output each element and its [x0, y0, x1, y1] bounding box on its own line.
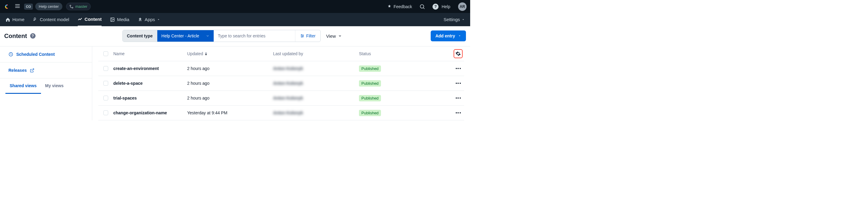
- entries-table: Name Updated Last updated by Status crea…: [92, 47, 470, 120]
- entry-updatedby: Anton Kolonyk: [273, 110, 359, 115]
- entry-updated: Yesterday at 9:44 PM: [187, 110, 273, 115]
- chevron-down-icon: [157, 18, 160, 21]
- view-button[interactable]: View: [326, 33, 342, 38]
- chevron-down-icon: [462, 18, 465, 21]
- row-checkbox[interactable]: [103, 66, 108, 71]
- filter-icon: [300, 34, 304, 38]
- sort-icon: [205, 52, 207, 55]
- topbar: CO Help center master Feedback ? Help AR: [0, 0, 470, 13]
- menu-icon[interactable]: [14, 3, 21, 10]
- more-icon: [456, 98, 461, 99]
- clock-icon: [8, 52, 13, 57]
- svg-point-12: [301, 34, 302, 35]
- sidebar-tabs: Shared views My views: [0, 78, 92, 94]
- search-icon[interactable]: [417, 4, 427, 10]
- col-status-header[interactable]: Status: [359, 51, 446, 56]
- entry-updated: 2 hours ago: [187, 81, 273, 86]
- more-icon: [456, 68, 461, 69]
- logo[interactable]: [4, 3, 11, 10]
- nav-home[interactable]: Home: [5, 13, 24, 26]
- row-checkbox[interactable]: [103, 95, 108, 101]
- entry-name: delete-a-space: [113, 81, 187, 86]
- svg-point-1: [7, 7, 8, 9]
- col-updatedby-header[interactable]: Last updated by: [273, 51, 359, 56]
- avatar[interactable]: AR: [458, 2, 467, 11]
- entry-name: change-organization-name: [113, 110, 187, 115]
- branch-name: master: [75, 4, 87, 9]
- chevron-down-icon: [338, 34, 342, 38]
- svg-line-18: [32, 69, 34, 71]
- branch-switcher[interactable]: master: [66, 3, 91, 10]
- table-row[interactable]: trial-spaces 2 hours ago Anton Kolonyk P…: [98, 91, 464, 106]
- table-header: Name Updated Last updated by Status: [98, 47, 464, 61]
- entry-name: trial-spaces: [113, 95, 187, 101]
- add-entry-button[interactable]: Add entry: [431, 30, 466, 41]
- row-checkbox[interactable]: [103, 81, 108, 86]
- org-code: CO: [24, 4, 33, 10]
- nav-content-model[interactable]: Content model: [33, 13, 69, 26]
- entry-updatedby: Anton Kolonyk: [273, 66, 359, 71]
- entry-status: Published: [359, 110, 446, 116]
- space-switcher[interactable]: CO Help center: [24, 3, 62, 10]
- entry-status: Published: [359, 65, 446, 72]
- table-row[interactable]: create-an-environment 2 hours ago Anton …: [98, 61, 464, 76]
- nav-apps[interactable]: Apps: [138, 13, 160, 26]
- row-actions-button[interactable]: [452, 83, 464, 84]
- chevron-down-icon: [206, 34, 210, 38]
- col-name-header[interactable]: Name: [113, 51, 187, 56]
- space-name: Help center: [35, 3, 62, 10]
- gear-icon: [456, 51, 461, 56]
- row-checkbox[interactable]: [103, 110, 108, 115]
- entry-updated: 2 hours ago: [187, 66, 273, 71]
- nav-settings[interactable]: Settings: [444, 17, 465, 22]
- nav-media[interactable]: Media: [110, 13, 129, 26]
- help-icon[interactable]: ?: [30, 33, 36, 38]
- filter-bar: Content type Help Center - Article Filte…: [122, 30, 321, 42]
- page-header: Content ? Content type Help Center - Art…: [0, 26, 470, 46]
- row-actions-button[interactable]: [452, 98, 464, 99]
- svg-point-6: [72, 7, 73, 8]
- svg-point-5: [70, 5, 71, 6]
- more-icon: [456, 83, 461, 84]
- feedback-button[interactable]: Feedback: [385, 4, 414, 9]
- tab-my-views[interactable]: My views: [41, 78, 68, 94]
- nav-content[interactable]: Content: [78, 13, 102, 26]
- entry-status: Published: [359, 95, 446, 101]
- tab-shared-views[interactable]: Shared views: [5, 78, 41, 94]
- select-all-checkbox[interactable]: [103, 51, 108, 56]
- search-input[interactable]: [214, 30, 295, 42]
- entry-status: Published: [359, 80, 446, 87]
- entry-name: create-an-environment: [113, 66, 187, 71]
- help-button[interactable]: ? Help: [431, 4, 452, 10]
- chevron-down-icon: [458, 34, 461, 37]
- page-title: Content ?: [4, 33, 119, 39]
- svg-line-8: [424, 7, 425, 9]
- svg-point-7: [421, 4, 424, 8]
- more-icon: [456, 112, 461, 113]
- entry-updatedby: Anton Kolonyk: [273, 95, 359, 101]
- sidebar: Scheduled Content Releases Shared views …: [0, 47, 92, 120]
- external-link-icon: [30, 68, 34, 73]
- table-settings-button[interactable]: [454, 49, 463, 58]
- content-type-label: Content type: [123, 30, 157, 42]
- svg-point-14: [303, 35, 303, 36]
- table-row[interactable]: change-organization-name Yesterday at 9:…: [98, 106, 464, 120]
- help-icon: ?: [433, 4, 438, 10]
- entry-updated: 2 hours ago: [187, 95, 273, 101]
- sidebar-releases[interactable]: Releases: [0, 62, 92, 78]
- content-type-select[interactable]: Help Center - Article: [157, 30, 214, 42]
- col-updated-header[interactable]: Updated: [187, 51, 273, 56]
- table-row[interactable]: delete-a-space 2 hours ago Anton Kolonyk…: [98, 76, 464, 91]
- filter-button[interactable]: Filter: [295, 30, 320, 42]
- row-actions-button[interactable]: [452, 68, 464, 69]
- svg-point-16: [302, 36, 302, 37]
- svg-point-10: [112, 19, 112, 19]
- row-actions-button[interactable]: [452, 112, 464, 113]
- svg-point-0: [7, 4, 8, 5]
- main-nav: Home Content model Content Media Apps Se…: [0, 13, 470, 26]
- entry-updatedby: Anton Kolonyk: [273, 81, 359, 86]
- sidebar-scheduled-content[interactable]: Scheduled Content: [0, 47, 92, 62]
